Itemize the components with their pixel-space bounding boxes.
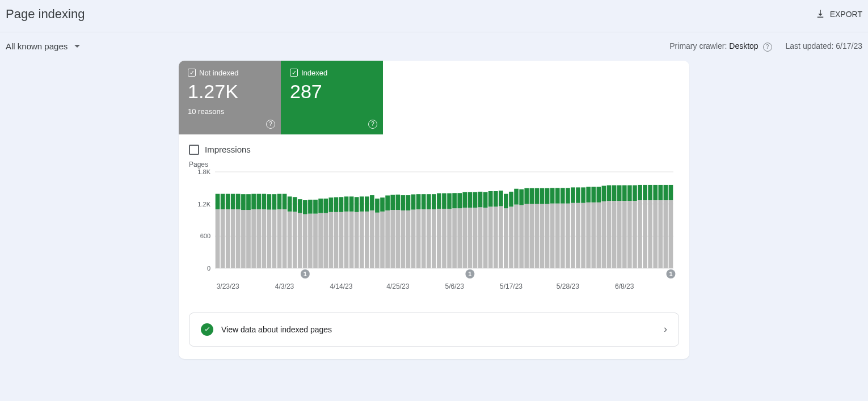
- svg-rect-143: [561, 188, 565, 203]
- svg-rect-84: [411, 209, 416, 268]
- svg-rect-108: [473, 208, 478, 268]
- help-icon[interactable]: ?: [763, 43, 772, 52]
- svg-text:6/8/23: 6/8/23: [615, 282, 634, 290]
- checkbox-unchecked-icon: [189, 145, 199, 155]
- svg-rect-22: [251, 209, 256, 268]
- svg-rect-17: [236, 193, 241, 209]
- svg-rect-14: [231, 209, 235, 268]
- svg-rect-64: [360, 211, 364, 268]
- svg-rect-74: [385, 210, 390, 268]
- svg-rect-174: [643, 200, 647, 268]
- svg-rect-76: [390, 210, 395, 268]
- page-title: Page indexing: [6, 7, 85, 22]
- svg-rect-94: [437, 209, 441, 268]
- svg-rect-147: [571, 187, 575, 202]
- tile-not-indexed-label: Not indexed: [199, 69, 238, 77]
- svg-rect-90: [427, 209, 431, 268]
- svg-rect-54: [334, 212, 338, 268]
- svg-rect-125: [514, 188, 519, 204]
- svg-rect-36: [288, 211, 292, 268]
- chart-y-axis-label: Pages: [189, 161, 679, 168]
- last-updated-info: Last updated: 6/17/23: [786, 41, 862, 52]
- svg-rect-66: [365, 211, 369, 268]
- svg-rect-167: [622, 185, 627, 200]
- svg-rect-178: [653, 200, 658, 268]
- svg-rect-37: [288, 196, 292, 211]
- svg-rect-31: [272, 194, 277, 209]
- svg-rect-8: [216, 209, 220, 268]
- svg-rect-135: [540, 188, 545, 204]
- view-indexed-pages-link[interactable]: View data about indexed pages ›: [189, 313, 679, 347]
- checkbox-checked-icon: ✓: [188, 69, 196, 77]
- svg-rect-93: [432, 194, 436, 209]
- svg-text:600: 600: [200, 233, 210, 239]
- svg-rect-170: [633, 201, 637, 268]
- svg-rect-141: [555, 188, 560, 203]
- svg-rect-95: [437, 193, 441, 208]
- svg-rect-53: [328, 197, 333, 212]
- svg-rect-10: [221, 209, 225, 268]
- svg-rect-171: [633, 185, 637, 200]
- svg-text:5/6/23: 5/6/23: [445, 282, 464, 290]
- svg-rect-63: [355, 197, 359, 212]
- svg-rect-96: [442, 209, 446, 268]
- svg-rect-142: [561, 203, 565, 268]
- tile-indexed[interactable]: ✓ Indexed 287 ?: [281, 61, 383, 134]
- svg-rect-48: [318, 213, 323, 268]
- svg-rect-111: [478, 191, 483, 206]
- tile-not-indexed[interactable]: ✓ Not indexed 1.27K 10 reasons ?: [179, 61, 281, 134]
- svg-rect-183: [664, 184, 668, 200]
- svg-rect-138: [550, 203, 555, 268]
- svg-rect-165: [617, 185, 622, 200]
- svg-rect-28: [267, 209, 271, 268]
- svg-rect-65: [360, 196, 364, 211]
- svg-text:1: 1: [304, 271, 307, 277]
- svg-rect-159: [602, 185, 606, 201]
- svg-rect-33: [277, 193, 282, 209]
- svg-rect-156: [597, 202, 601, 268]
- svg-rect-109: [473, 192, 478, 207]
- svg-rect-151: [581, 187, 585, 202]
- svg-rect-160: [607, 201, 612, 268]
- svg-rect-75: [385, 195, 390, 210]
- svg-text:5/17/23: 5/17/23: [500, 282, 523, 290]
- page-filter-label: All known pages: [6, 41, 68, 51]
- impressions-label: Impressions: [205, 145, 251, 154]
- svg-rect-55: [334, 197, 338, 212]
- help-icon[interactable]: ?: [368, 120, 377, 129]
- svg-rect-116: [494, 206, 498, 268]
- svg-rect-86: [416, 209, 421, 268]
- svg-rect-34: [283, 209, 287, 268]
- svg-rect-163: [612, 185, 617, 200]
- page-filter-dropdown[interactable]: All known pages: [6, 41, 80, 51]
- tile-not-indexed-value: 1.27K: [188, 81, 272, 103]
- svg-rect-59: [344, 196, 349, 211]
- svg-rect-158: [602, 201, 606, 268]
- checkbox-checked-icon: ✓: [290, 69, 298, 77]
- svg-rect-176: [648, 200, 652, 268]
- svg-rect-12: [226, 209, 230, 268]
- svg-rect-177: [648, 184, 652, 200]
- svg-rect-124: [514, 204, 519, 268]
- svg-rect-153: [586, 187, 591, 202]
- svg-rect-131: [529, 188, 534, 204]
- download-icon: [815, 9, 825, 19]
- svg-rect-91: [427, 194, 431, 209]
- svg-rect-92: [432, 209, 436, 268]
- svg-rect-38: [293, 212, 297, 268]
- check-circle-icon: [201, 323, 213, 336]
- svg-rect-80: [401, 210, 406, 268]
- svg-rect-21: [246, 194, 251, 210]
- svg-rect-112: [483, 208, 488, 268]
- export-button[interactable]: EXPORT: [815, 9, 862, 19]
- svg-rect-83: [406, 195, 411, 210]
- svg-rect-77: [390, 195, 395, 209]
- svg-rect-61: [349, 196, 354, 211]
- svg-rect-78: [395, 210, 400, 268]
- svg-rect-137: [545, 188, 550, 204]
- svg-text:3/23/23: 3/23/23: [217, 282, 239, 290]
- svg-rect-47: [313, 200, 318, 214]
- svg-rect-24: [256, 209, 261, 268]
- help-icon[interactable]: ?: [266, 120, 275, 129]
- impressions-toggle[interactable]: Impressions: [179, 134, 689, 161]
